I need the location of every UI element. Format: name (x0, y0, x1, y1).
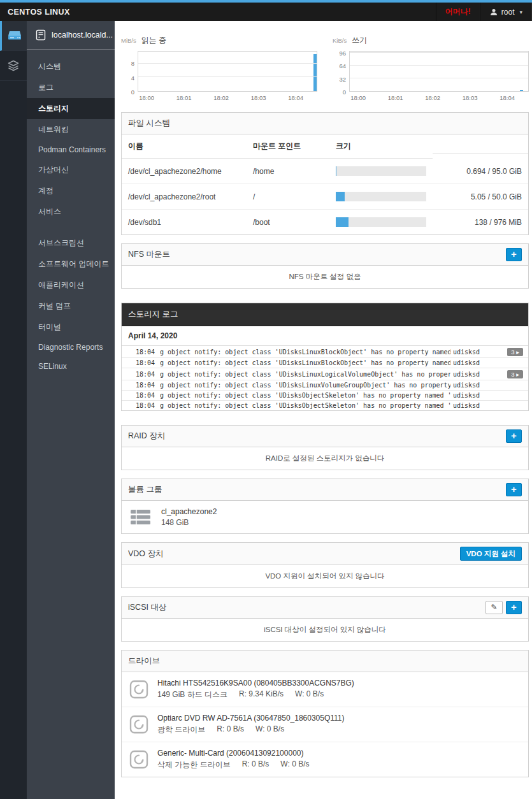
log-entry[interactable]: 18:04 g_object_notify: object class 'UDi… (122, 380, 528, 391)
volume-groups-panel: 볼륨 그룹 + cl_apachez (121, 479, 529, 534)
filesystems-header: 파일 시스템 (122, 113, 528, 134)
edit-iscsi-button[interactable]: ✎ (485, 601, 503, 614)
top-navbar: CENTOS LINUX 어머나! root ▾ (0, 3, 532, 21)
sidebar-item[interactable]: 가상머신 (27, 159, 115, 180)
drive-icon (129, 750, 148, 769)
fs-name: /dev/cl_apachezone2/root (122, 185, 247, 210)
drives-title: 드라이브 (128, 656, 160, 666)
host-selector[interactable]: localhost.locald... (27, 21, 115, 50)
fs-name: /dev/sdb1 (122, 210, 247, 234)
y-tick-label: 32 (339, 75, 346, 82)
filesystems-panel: 파일 시스템 이름 마운트 포인트 크기 /dev/cl_apachezone2… (121, 112, 529, 235)
log-count-badge[interactable]: 3 ▸ (507, 370, 523, 378)
drive-type: 삭제 가능한 드라이브 (157, 759, 231, 770)
storage-page: MiB/s 읽는 중 840 18:0018:0118:0218:0318:04… (115, 21, 532, 799)
log-count-badge[interactable]: 3 ▸ (507, 348, 523, 356)
fs-mount: /boot (247, 210, 329, 234)
add-iscsi-button[interactable]: + (506, 601, 522, 614)
add-volume-group-button[interactable]: + (506, 483, 522, 496)
y-tick-label: 96 (339, 49, 346, 56)
add-raid-button[interactable]: + (506, 429, 522, 443)
drive-read-rate: R: 9.34 KiB/s (239, 689, 284, 700)
rail-overview-layers[interactable] (0, 51, 27, 81)
iscsi-panel: iSCSI 대상 ✎ + iSCSI 대상이 설정되어 있지 않습니다 (121, 596, 529, 642)
gridline (350, 65, 528, 66)
log-entry[interactable]: 18:04 g_object_notify: object class 'UDi… (122, 401, 528, 410)
y-tick-label: 4 (131, 74, 134, 81)
x-tick-label: 18:00 (139, 94, 154, 101)
drive-row[interactable]: Hitachi HTS542516K9SA00 (080405BB3300ACG… (122, 672, 528, 707)
host-name: localhost.locald... (52, 31, 113, 40)
sidebar-item[interactable]: 로그 (27, 77, 115, 98)
x-tick-label: 18:02 (425, 94, 440, 101)
drive-row[interactable]: Optiarc DVD RW AD-7561A (30647850_186030… (122, 707, 528, 742)
filesystems-title: 파일 시스템 (128, 118, 170, 129)
nfs-empty-message: NFS 마운트 설정 없음 (122, 266, 528, 288)
x-tick-label: 18:02 (213, 94, 229, 101)
log-message: g_object_notify: object class 'UDisksObj… (160, 392, 450, 399)
read-spike (313, 54, 317, 91)
log-entry[interactable]: 18:04 g_object_notify: object class 'UDi… (122, 368, 528, 380)
log-message: g_object_notify: object class 'UDisksLin… (160, 349, 450, 356)
sidebar-item[interactable]: Podman Containers (27, 140, 115, 159)
sidebar-item-label: 가상머신 (38, 165, 69, 174)
install-vdo-button[interactable]: VDO 지원 설치 (460, 547, 522, 561)
log-entry[interactable]: 18:04 g_object_notify: object class 'UDi… (122, 391, 528, 401)
rail-host-server[interactable] (0, 21, 27, 51)
drives-panel: 드라이브 Hitachi HTS542516K9SA00 (080405BB33… (121, 650, 529, 777)
drive-read-rate: R: 0 B/s (217, 724, 244, 735)
sidebar-item[interactable]: 커널 덤프 (27, 296, 115, 317)
log-time: 18:04 (127, 359, 160, 366)
log-service: udisksd (450, 371, 492, 378)
sidebar-item[interactable]: Diagnostic Reports (27, 338, 115, 357)
x-tick-label: 18:01 (388, 94, 403, 101)
log-entry[interactable]: 18:04 g_object_notify: object class 'UDi… (122, 346, 528, 358)
log-time: 18:04 (127, 382, 160, 389)
sidebar-item-label: 서브스크립션 (38, 238, 84, 247)
sidebar-item[interactable]: 스토리지 (27, 98, 115, 119)
raid-panel: RAID 장치 + RAID로 설정된 스토리지가 없습니다 (121, 425, 529, 470)
drive-row[interactable]: Generic- Multi-Card (20060413092100000) … (122, 742, 528, 777)
add-nfs-button[interactable]: + (506, 248, 522, 261)
log-service: udisksd (450, 402, 492, 409)
volume-group-name: cl_apachezone2 (161, 507, 217, 516)
x-tick-label: 18:01 (176, 94, 192, 101)
fs-size: 138 / 976 MiB (433, 210, 528, 234)
iscsi-empty-message: iSCSI 대상이 설정되어 있지 않습니다 (122, 619, 528, 641)
drive-name: Generic- Multi-Card (20060413092100000) (157, 749, 309, 758)
sidebar-item[interactable]: SELinux (27, 357, 115, 376)
nfs-header: NFS 마운트 + (122, 244, 528, 266)
x-tick-label: 18:03 (463, 94, 478, 101)
user-name: root (501, 8, 515, 17)
volume-group-icon (129, 508, 152, 526)
sidebar-item[interactable]: 소프트웨어 업데이트 (27, 254, 115, 275)
vdo-empty-message: VDO 지원이 설치되어 있지 않습니다 (122, 565, 528, 587)
log-message: g_object_notify: object class 'UDisksLin… (160, 382, 450, 389)
user-menu[interactable]: root ▾ (480, 3, 532, 21)
sidebar: localhost.locald... 시스템 로그 스토리지 네트워킹 (27, 21, 115, 799)
io-charts: MiB/s 읽는 중 840 18:0018:0118:0218:0318:04… (121, 35, 529, 102)
user-icon (490, 8, 498, 16)
log-entry[interactable]: 18:04 g_object_notify: object class 'UDi… (122, 358, 528, 368)
write-spike (520, 90, 523, 91)
sidebar-item[interactable]: 애플리케이션 (27, 275, 115, 296)
sidebar-item[interactable]: 계정 (27, 180, 115, 201)
sidebar-item[interactable]: 서비스 (27, 201, 115, 222)
alert-nav-item[interactable]: 어머나! (436, 3, 480, 21)
sidebar-item[interactable]: 터미널 (27, 317, 115, 338)
y-tick-label: 64 (339, 62, 346, 69)
x-tick-label: 18:00 (350, 94, 366, 101)
fs-size: 5.05 / 50.0 GiB (433, 185, 528, 210)
sidebar-item[interactable]: 시스템 (27, 56, 115, 77)
read-chart: MiB/s 읽는 중 840 18:0018:0118:0218:0318:04 (121, 35, 317, 102)
write-chart-unit: KiB/s (333, 37, 347, 44)
sidebar-item[interactable]: 네트워킹 (27, 119, 115, 140)
write-chart-plot (349, 51, 529, 92)
drive-icon (129, 680, 148, 699)
volume-groups-title: 볼륨 그룹 (128, 484, 162, 495)
sidebar-item[interactable]: 서브스크립션 (27, 233, 115, 254)
log-service: udisksd (450, 382, 492, 389)
sidebar-item-label: 계정 (38, 186, 54, 195)
log-message: g_object_notify: object class 'UDisksLin… (160, 359, 450, 366)
volume-group-row[interactable]: cl_apachezone2 148 GiB (122, 501, 528, 533)
